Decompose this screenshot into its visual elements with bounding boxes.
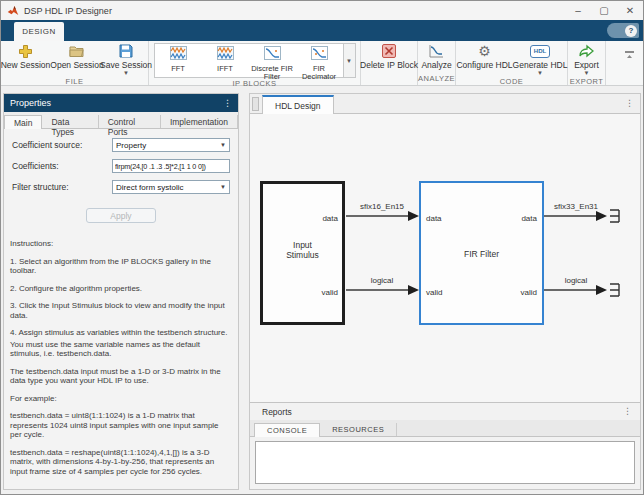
properties-menu-icon[interactable]: ⋮ xyxy=(223,99,232,108)
window-title: DSP HDL IP Designer xyxy=(24,6,112,16)
apply-button[interactable]: Apply xyxy=(86,208,156,223)
hdl-design-canvas[interactable]: Input Stimulus data valid FIR Filter dat… xyxy=(250,114,640,402)
hdl-chip-icon: HDL xyxy=(530,43,550,59)
tab-hdl-design[interactable]: HDL Design xyxy=(262,95,334,114)
filter-structure-label: Filter structure: xyxy=(12,182,112,192)
signal-type-label: logical xyxy=(371,276,394,285)
properties-tabbar: Main Data Types Control Ports Implementa… xyxy=(4,112,238,129)
fir-filter-name: FIR Filter xyxy=(421,249,542,259)
properties-panel: Properties ⋮ Main Data Types Control Por… xyxy=(3,93,239,490)
close-icon[interactable]: ✕ xyxy=(617,1,643,20)
reports-tabbar: CONSOLE RESOURCES xyxy=(250,420,640,437)
gallery-item-discrete-fir-filter[interactable]: Discrete FIR Filter xyxy=(249,44,296,77)
ribbon-group-analyze: Analyze ANALYZE xyxy=(418,41,456,85)
analyze-response-icon xyxy=(429,43,444,59)
gallery-item-ifft[interactable]: IFFT xyxy=(202,44,249,77)
fft-wave-icon xyxy=(170,46,187,64)
instruction-step-4: 4. Assign stimulus as variables within t… xyxy=(10,328,230,338)
properties-body: Coefficient source: Property ▼ Coefficie… xyxy=(4,129,238,223)
tab-control-ports[interactable]: Control Ports xyxy=(99,115,161,128)
properties-header: Properties ⋮ xyxy=(4,94,238,112)
instruction-note-2: The testbench.data input must be a 1-D o… xyxy=(10,367,230,386)
ribbon-group-delete: Delete IP Block xyxy=(361,41,418,85)
instruction-example-2: testbench.data = reshape(uint8(1:1:1024)… xyxy=(10,448,230,477)
filter-structure-select[interactable]: Direct form systolic ▼ xyxy=(112,180,230,194)
open-session-button[interactable]: Open Session xyxy=(50,41,104,70)
ip-blocks-gallery: FFT IFFT Discrete FIR Filter xyxy=(154,43,356,78)
new-session-plus-icon xyxy=(18,43,33,59)
save-floppy-icon xyxy=(119,43,133,59)
tab-implementation[interactable]: Implementation xyxy=(161,115,238,128)
minimize-icon[interactable]: – xyxy=(565,1,591,20)
generate-hdl-button[interactable]: HDL Generate HDL ▼ xyxy=(513,41,567,76)
instructions-text: Instructions: 1. Select an algorithm fro… xyxy=(4,233,238,476)
ifft-wave-icon xyxy=(217,46,234,64)
hdl-design-panel: HDL Design ⋮ xyxy=(249,93,641,490)
configure-hdl-button[interactable]: ⚙ Configure HDL xyxy=(456,41,513,70)
panel-splitter-handle[interactable] xyxy=(252,97,259,111)
titlebar: DSP HDL IP Designer – ▢ ✕ xyxy=(1,1,643,20)
tab-design[interactable]: DESIGN xyxy=(14,22,64,41)
tab-main[interactable]: Main xyxy=(4,115,42,129)
instructions-heading: Instructions: xyxy=(10,239,230,249)
ribbon-collapse-zone xyxy=(624,41,643,85)
fir-filter-curve-icon xyxy=(264,46,281,64)
fir-out-valid-port: valid xyxy=(521,288,537,297)
delete-x-icon xyxy=(382,43,396,59)
minimize-ribbon-icon[interactable] xyxy=(624,45,635,63)
delete-ip-block-button[interactable]: Delete IP Block xyxy=(361,41,418,70)
coefficient-source-select[interactable]: Property ▼ xyxy=(112,138,230,152)
gallery-dropdown-icon[interactable]: ▼ xyxy=(343,44,355,77)
instruction-step-3: 3. Click the Input Stimulus block to vie… xyxy=(10,301,230,320)
ribbon-group-export: Export ▼ EXPORT xyxy=(568,41,606,85)
input-stimulus-valid-port: valid xyxy=(322,288,338,297)
coefficients-input[interactable] xyxy=(112,159,230,173)
tab-resources[interactable]: RESOURCES xyxy=(320,423,397,436)
coefficients-label: Coefficients: xyxy=(12,161,112,171)
coefficients-row: Coefficients: xyxy=(12,159,230,173)
new-session-button[interactable]: New Session xyxy=(1,41,50,70)
fir-in-data-port: data xyxy=(426,214,442,223)
tab-console[interactable]: CONSOLE xyxy=(254,423,320,437)
ribbon-group-file: New Session Open Session Save Session ▼ … xyxy=(1,41,149,85)
analyze-button[interactable]: Analyze xyxy=(418,41,455,70)
properties-title: Properties xyxy=(10,98,51,108)
ribbon-toolbar: New Session Open Session Save Session ▼ … xyxy=(1,41,643,86)
tab-data-types[interactable]: Data Types xyxy=(42,115,98,128)
app-window: DSP HDL IP Designer – ▢ ✕ DESIGN ? New S… xyxy=(0,0,644,495)
reports-menu-icon[interactable]: ⋮ xyxy=(623,407,632,416)
matlab-logo-icon xyxy=(7,5,19,16)
document-tabbar: HDL Design ⋮ xyxy=(250,94,640,114)
window-controls: – ▢ ✕ xyxy=(565,1,643,20)
output-port-icon xyxy=(610,210,619,222)
gear-icon: ⚙ xyxy=(478,43,491,59)
fir-filter-block[interactable]: FIR Filter data valid data valid xyxy=(419,181,544,325)
coefficient-source-label: Coefficient source: xyxy=(12,140,112,150)
ribbon-group-ip-blocks: FFT IFFT Discrete FIR Filter xyxy=(149,41,361,85)
maximize-icon[interactable]: ▢ xyxy=(591,1,617,20)
instruction-example-1: testbench.data = uint8(1:1:1024) is a 1-… xyxy=(10,411,230,440)
export-button[interactable]: Export ▼ xyxy=(568,41,605,76)
help-button[interactable]: ? xyxy=(607,23,639,38)
ribbon-tabstrip: DESIGN ? xyxy=(1,20,643,41)
hdl-design-menu-icon[interactable]: ⋮ xyxy=(625,99,634,108)
console-output[interactable] xyxy=(255,441,635,484)
coefficient-source-row: Coefficient source: Property ▼ xyxy=(12,138,230,152)
gallery-item-fir-decimator[interactable]: FIR Decimator xyxy=(296,44,343,77)
instruction-step-2: 2. Configure the algorithm properties. xyxy=(10,284,230,294)
signal-type-label: sfix16_En15 xyxy=(360,202,404,211)
chevron-down-icon: ▼ xyxy=(220,184,226,190)
export-arrow-icon xyxy=(579,43,594,59)
open-folder-icon xyxy=(69,43,85,59)
input-stimulus-name: Input Stimulus xyxy=(263,240,342,260)
instruction-note-1: You must use the same variable names as … xyxy=(10,340,230,359)
fir-decimator-curve-icon xyxy=(311,46,328,64)
reports-panel: Reports ⋮ CONSOLE RESOURCES xyxy=(250,402,640,489)
instruction-example-heading: For example: xyxy=(10,394,230,404)
delete-section-label xyxy=(361,73,417,85)
gallery-item-fft[interactable]: FFT xyxy=(155,44,202,77)
input-stimulus-block[interactable]: Input Stimulus data valid xyxy=(260,181,345,325)
save-session-button[interactable]: Save Session ▼ xyxy=(104,41,148,76)
fir-in-valid-port: valid xyxy=(426,288,442,297)
reports-title: Reports xyxy=(262,407,292,417)
